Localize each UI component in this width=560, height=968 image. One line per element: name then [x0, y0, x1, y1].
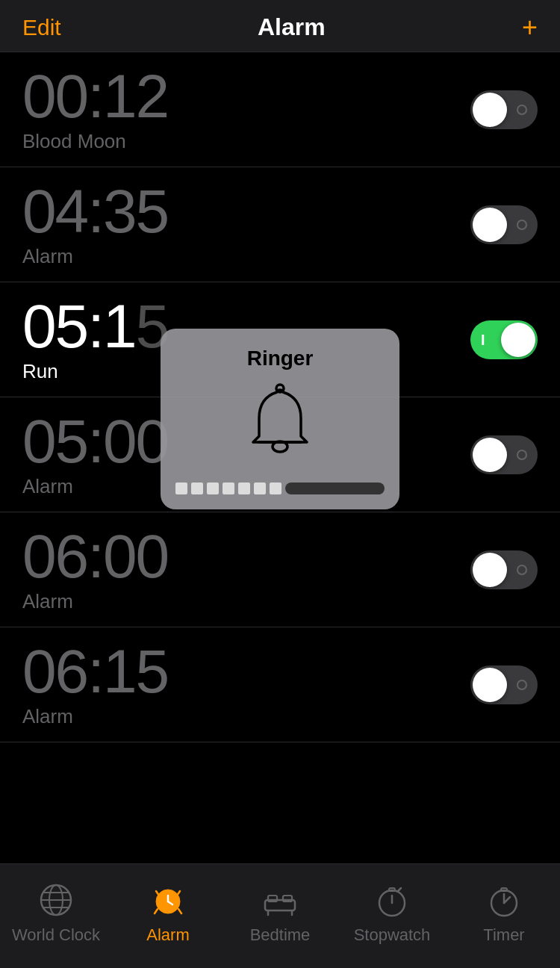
svg-line-13 [156, 891, 159, 896]
alarm-label-2: Run [22, 360, 168, 383]
alarm-label-3: Alarm [22, 475, 168, 498]
tab-world-clock[interactable]: World Clock [0, 881, 112, 945]
svg-line-11 [155, 909, 158, 913]
toggle-off-circle-5 [517, 680, 527, 690]
ringer-title: Ringer [247, 347, 314, 370]
tab-timer-label: Timer [483, 925, 524, 945]
toggle-knob-3 [473, 438, 507, 472]
volume-tick [223, 483, 234, 494]
alarm-time-3: 05:00 [22, 411, 168, 472]
edit-button[interactable]: Edit [22, 15, 61, 40]
toggle-off-circle-4 [517, 565, 527, 575]
tab-stopwatch-label: Stopwatch [354, 925, 431, 945]
stopwatch-icon [373, 881, 411, 919]
tab-stopwatch[interactable]: Stopwatch [336, 881, 448, 945]
tab-bedtime[interactable]: Bedtime [224, 881, 336, 945]
alarm-info-1: 04:35 Alarm [22, 181, 168, 268]
svg-line-23 [398, 888, 401, 891]
volume-tick [207, 483, 219, 494]
toggle-knob-2 [501, 323, 535, 357]
tab-alarm[interactable]: Alarm [112, 881, 224, 945]
alarm-info-4: 06:00 Alarm [22, 526, 168, 613]
svg-point-0 [276, 385, 284, 392]
alarm-time-0: 00:12 [22, 66, 168, 127]
alarm-toggle-2[interactable]: I [470, 320, 538, 359]
volume-tick [238, 483, 250, 494]
toggle-knob-1 [473, 208, 507, 242]
svg-line-14 [177, 891, 180, 896]
page-title: Alarm [258, 13, 326, 41]
toggle-knob-0 [473, 93, 507, 127]
alarm-info-3: 05:00 Alarm [22, 411, 168, 498]
alarm-toggle-1[interactable] [470, 205, 538, 244]
alarm-toggle-0[interactable] [470, 90, 538, 129]
add-alarm-button[interactable]: + [522, 14, 538, 41]
alarm-item-0[interactable]: 00:12 Blood Moon [0, 52, 560, 167]
tab-timer[interactable]: Timer [448, 881, 560, 945]
alarm-item-4[interactable]: 06:00 Alarm [0, 512, 560, 627]
toggle-off-circle-3 [517, 450, 527, 460]
volume-tick [254, 483, 266, 494]
header: Edit Alarm + [0, 0, 560, 52]
volume-tick [175, 483, 187, 494]
alarm-toggle-4[interactable] [470, 550, 538, 589]
alarm-time-2: 05:15 [22, 296, 168, 357]
tab-bar: World Clock Alarm [0, 863, 560, 968]
alarm-time-5: 06:15 [22, 641, 168, 702]
bedtime-icon [261, 881, 299, 919]
volume-tick [191, 483, 203, 494]
tab-bedtime-label: Bedtime [250, 925, 311, 945]
alarm-time-4: 06:00 [22, 526, 168, 587]
alarm-label-4: Alarm [22, 590, 168, 613]
alarm-time-1: 04:35 [22, 181, 168, 242]
toggle-knob-5 [473, 668, 507, 702]
toggle-off-circle-1 [517, 220, 527, 230]
tab-alarm-label: Alarm [146, 925, 189, 945]
alarm-label-1: Alarm [22, 245, 168, 268]
volume-tick [270, 483, 281, 494]
ringer-overlay: Ringer [161, 329, 399, 509]
tab-world-clock-label: World Clock [12, 925, 100, 945]
alarm-info-0: 00:12 Blood Moon [22, 66, 168, 153]
ringer-bell-icon [243, 382, 317, 468]
world-clock-icon [37, 881, 75, 919]
alarm-toggle-3[interactable] [470, 435, 538, 474]
toggle-off-circle-0 [517, 105, 527, 115]
alarm-item-5[interactable]: 06:15 Alarm [0, 627, 560, 742]
alarm-info-2: 05:15 Run [22, 296, 168, 383]
alarm-item-1[interactable]: 04:35 Alarm [0, 167, 560, 282]
alarm-label-5: Alarm [22, 705, 168, 728]
timer-icon [485, 881, 523, 919]
toggle-knob-4 [473, 553, 507, 587]
alarm-tab-icon [149, 881, 187, 919]
alarm-info-5: 06:15 Alarm [22, 641, 168, 728]
svg-line-12 [178, 909, 181, 913]
volume-bar-remainder [285, 483, 385, 494]
toggle-on-label-2: I [481, 331, 485, 348]
alarm-label-0: Blood Moon [22, 130, 168, 153]
alarm-toggle-5[interactable] [470, 666, 538, 704]
